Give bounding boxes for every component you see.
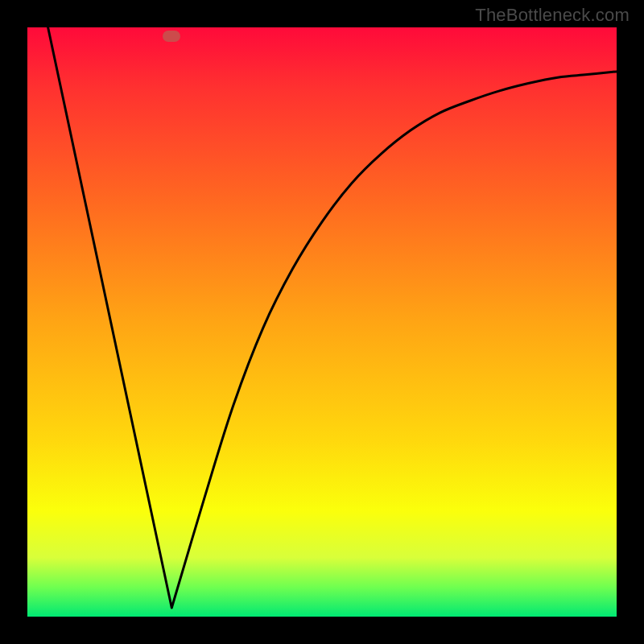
chart-frame: TheBottleneck.com — [0, 0, 644, 644]
curve-path — [48, 27, 617, 608]
watermark-text: TheBottleneck.com — [475, 5, 630, 26]
plot-area — [27, 27, 617, 617]
minimum-marker — [163, 31, 180, 42]
bottleneck-curve — [27, 27, 617, 617]
